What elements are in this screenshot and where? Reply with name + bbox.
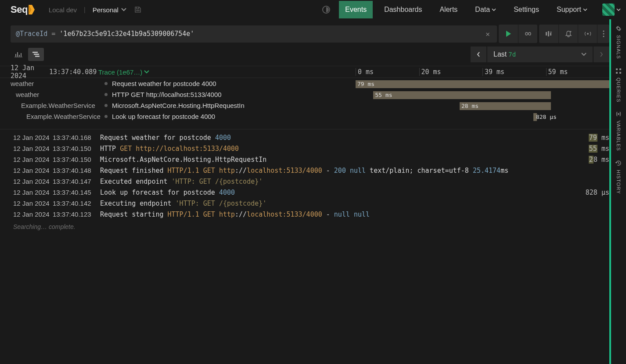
columns-button[interactable] [539, 25, 558, 43]
theme-toggle[interactable] [322, 6, 330, 14]
span-bar[interactable]: 55 ms [373, 91, 551, 99]
event-row[interactable]: 12 Jan 202413:37:40.150Microsoft.AspNetC… [13, 156, 609, 167]
trace-scale-tick: 39 ms [482, 68, 546, 76]
nav-events[interactable]: Events [339, 1, 373, 18]
user-menu[interactable] [599, 4, 621, 16]
nav-settings[interactable]: Settings [507, 1, 545, 18]
bell-icon [565, 30, 572, 37]
alert-button[interactable] [558, 25, 578, 43]
trace-view-button[interactable] [28, 48, 44, 61]
rail-signals[interactable]: SIGNALS [615, 25, 622, 59]
event-time: 13:37:40.150 [53, 145, 100, 152]
time-range-picker[interactable]: Last 7d [487, 46, 593, 62]
workspace-dropdown[interactable]: Personal [93, 6, 126, 14]
event-duration: 79 ms [565, 134, 609, 142]
time-range-value: 7d [508, 51, 516, 58]
broadcast-button[interactable] [578, 25, 597, 43]
span-bar-track: 28 ms [356, 101, 609, 110]
rail-queries-label: QUERIES [616, 78, 621, 103]
svg-rect-13 [34, 54, 39, 55]
chevron-down-icon [121, 8, 126, 11]
time-next-button[interactable] [594, 46, 609, 62]
trace-scale-tick: 59 ms [546, 68, 610, 76]
svg-rect-11 [21, 53, 22, 57]
run-button[interactable] [499, 25, 518, 43]
span-name: Microsoft.AspNetCore.Hosting.HttpRequest… [104, 102, 356, 109]
chevron-down-icon [581, 53, 586, 56]
nav-data[interactable]: Data [469, 1, 502, 18]
event-date: 12 Jan 2024 [13, 156, 53, 163]
more-vertical-icon [603, 30, 604, 37]
event-duration: 28 ms [565, 156, 609, 164]
nav-data-label: Data [475, 6, 490, 14]
svg-point-3 [570, 31, 571, 32]
event-time: 13:37:40.168 [53, 134, 100, 141]
rail-history-label: HISTORY [616, 170, 621, 194]
event-message: Microsoft.AspNetCore.Hosting.HttpRequest… [100, 156, 565, 164]
span-row[interactable]: Example.WeatherServiceLook up forecast f… [11, 111, 609, 122]
rail-signals-label: SIGNALS [616, 35, 621, 59]
span-name: Request weather for postcode 4000 [104, 80, 356, 87]
query-token-var: @TraceId [16, 30, 47, 38]
event-row[interactable]: 12 Jan 202413:37:40.168Request weather f… [13, 134, 609, 145]
trace-time: 13:37:40.089 [49, 68, 98, 76]
event-time: 13:37:40.145 [53, 189, 100, 196]
loop-icon [523, 31, 533, 37]
event-row[interactable]: 12 Jan 202413:37:40.142Executing endpoin… [13, 200, 609, 211]
svg-rect-17 [619, 68, 621, 70]
separator: | [84, 6, 86, 13]
span-bar-track: 55 ms [356, 90, 609, 99]
span-dot-icon [104, 115, 108, 118]
event-date: 12 Jan 2024 [13, 145, 53, 152]
trace-dropdown[interactable]: Trace (1e67…) [98, 68, 149, 76]
history-icon [615, 159, 622, 167]
nav-support[interactable]: Support [550, 1, 594, 18]
query-input[interactable]: @TraceId = '1e67b23c5e91c32e41b9a5309006… [11, 25, 497, 43]
event-row[interactable]: 12 Jan 202413:37:40.148Request finished … [13, 167, 609, 178]
span-row[interactable]: weatherRequest weather for postcode 4000… [11, 78, 609, 89]
span-row[interactable]: weatherHTTP GET http://localhost:5133/40… [11, 89, 609, 100]
event-row[interactable]: 12 Jan 202413:37:40.123Request starting … [13, 211, 609, 221]
svg-rect-12 [32, 52, 38, 53]
svg-rect-8 [15, 54, 16, 57]
svg-point-6 [603, 33, 604, 34]
span-bar[interactable]: 79 ms [356, 80, 609, 88]
event-row[interactable]: 12 Jan 202413:37:40.147Executed endpoint… [13, 178, 609, 189]
logo[interactable]: Seq [11, 4, 35, 15]
environment-label: Local dev [49, 6, 77, 14]
event-duration: 55 ms [565, 145, 609, 153]
event-date: 12 Jan 2024 [13, 167, 53, 174]
rail-variables-label: VARIABLES [616, 121, 621, 151]
span-row[interactable]: Example.WeatherServiceMicrosoft.AspNetCo… [11, 100, 609, 111]
save-icon[interactable] [134, 6, 141, 13]
more-button[interactable] [597, 25, 609, 43]
chart-view-button[interactable] [11, 48, 26, 61]
svg-rect-16 [616, 68, 618, 70]
event-time: 13:37:40.150 [53, 156, 100, 163]
span-service: Example.WeatherService [11, 102, 104, 109]
view-bar: Last 7d [0, 46, 626, 66]
bar-chart-icon [14, 51, 22, 57]
rail-queries[interactable]: QUERIES [615, 67, 622, 103]
chevron-down-icon [583, 8, 587, 11]
broadcast-icon [584, 30, 592, 37]
event-list: 12 Jan 202413:37:40.168Request weather f… [0, 129, 626, 233]
svg-rect-10 [19, 55, 20, 57]
search-status: Searching… complete. [13, 221, 609, 230]
nav-alerts[interactable]: Alerts [433, 1, 464, 18]
rail-variables[interactable]: VARIABLES [615, 110, 622, 151]
svg-rect-14 [35, 56, 40, 57]
event-time: 13:37:40.142 [53, 200, 100, 207]
tail-button[interactable] [518, 25, 537, 43]
span-bar[interactable]: 28 ms [460, 102, 551, 110]
event-message: Request starting HTTP/1.1 GET http://loc… [100, 211, 565, 218]
clear-query-button[interactable]: ✕ [484, 30, 492, 38]
time-prev-button[interactable] [471, 46, 486, 62]
event-row[interactable]: 12 Jan 202413:37:40.150HTTP GET http://l… [13, 145, 609, 156]
rail-history[interactable]: HISTORY [615, 159, 622, 194]
span-dot-icon [104, 93, 108, 96]
event-row[interactable]: 12 Jan 202413:37:40.145Look up forecast … [13, 189, 609, 200]
span-dot-icon [104, 104, 108, 107]
workspace-name: Personal [93, 6, 119, 14]
nav-dashboards[interactable]: Dashboards [378, 1, 428, 18]
